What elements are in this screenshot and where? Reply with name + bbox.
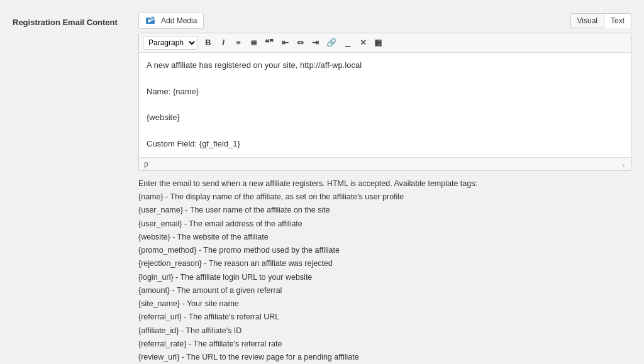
tag-rejection-reason: {rejection_reason} - The reason an affil… (138, 257, 631, 270)
content-line-2 (147, 72, 623, 85)
bold-button[interactable]: B (201, 36, 215, 50)
unordered-list-button[interactable]: ≡ (231, 36, 245, 50)
content-col: + Add Media Visual Text Paragraph B I ≡ … (138, 13, 631, 364)
add-media-button[interactable]: + Add Media (138, 13, 204, 29)
tag-website: {website} - The website of the affiliate (138, 231, 631, 244)
tag-user-email: {user_email} - The email address of the … (138, 218, 631, 231)
horizontal-rule-button[interactable]: ⎯ (341, 36, 355, 50)
fullscreen-button[interactable]: ⨯ (356, 36, 370, 50)
footer-tag: p (144, 160, 148, 168)
tag-referral-url: {referral_url} - The affiliate's referra… (138, 311, 631, 324)
help-tags-list: {name} - The display name of the affilia… (138, 190, 631, 364)
content-line-1: A new affiliate has registered on your s… (147, 59, 623, 72)
content-line-4 (147, 124, 623, 138)
format-select[interactable]: Paragraph (143, 36, 197, 50)
editor-toolbar: Paragraph B I ≡ ≣ ❝❞ ⇤ ⇔ ⇥ 🔗 ⎯ ⨯ ▦ (139, 33, 631, 53)
editor-tabs: Visual Text (570, 13, 631, 28)
italic-button[interactable]: I (216, 36, 230, 50)
blockquote-button[interactable]: ❝❞ (262, 36, 277, 50)
svg-text:+: + (152, 16, 154, 20)
tag-affiliate-id: {affiliate_id} - The affiliate's ID (138, 324, 631, 338)
tag-user-name: {user_name} - The user name of the affil… (138, 204, 631, 217)
resize-handle[interactable]: ⌞ (623, 160, 626, 167)
tab-text[interactable]: Text (604, 13, 631, 28)
tag-review-url: {review_url} - The URL to the review pag… (138, 351, 631, 364)
table-button[interactable]: ▦ (371, 36, 385, 50)
align-right-button[interactable]: ⇥ (308, 36, 322, 50)
content-line-custom: Custom Field: {gf_field_1} (147, 138, 623, 151)
field-label: Registration Email Content (13, 13, 126, 27)
editor-content[interactable]: A new affiliate has registered on your s… (139, 53, 631, 157)
tag-amount: {amount} - The amount of a given referra… (138, 284, 631, 297)
add-media-label: Add Media (161, 16, 197, 25)
content-line-3 (147, 99, 623, 112)
editor-footer: p ⌞ (139, 157, 631, 170)
add-media-icon: + (145, 16, 155, 26)
editor-wrapper: Paragraph B I ≡ ≣ ❝❞ ⇤ ⇔ ⇥ 🔗 ⎯ ⨯ ▦ A new… (138, 33, 631, 171)
tag-name: {name} - The display name of the affilia… (138, 190, 631, 204)
help-text: Enter the email to send when a new affil… (138, 177, 631, 364)
tag-referral-rate: {referral_rate} - The affiliate's referr… (138, 338, 631, 351)
align-left-button[interactable]: ⇤ (278, 36, 292, 50)
page-container: Registration Email Content + Add Media V… (13, 13, 631, 364)
content-line-name: Name: {name} (147, 85, 623, 99)
top-toolbar: + Add Media Visual Text (138, 13, 631, 29)
tag-site-name: {site_name} - Your site name (138, 297, 631, 311)
tag-promo-method: {promo_method} - The promo method used b… (138, 244, 631, 257)
tab-visual[interactable]: Visual (570, 13, 604, 28)
ordered-list-button[interactable]: ≣ (247, 36, 260, 50)
content-line-website: {website} (147, 111, 623, 124)
link-button[interactable]: 🔗 (323, 36, 340, 50)
help-intro: Enter the email to send when a new affil… (138, 177, 631, 190)
align-center-button[interactable]: ⇔ (293, 36, 307, 50)
tag-login-url: {login_url} - The affiliate login URL to… (138, 271, 631, 284)
